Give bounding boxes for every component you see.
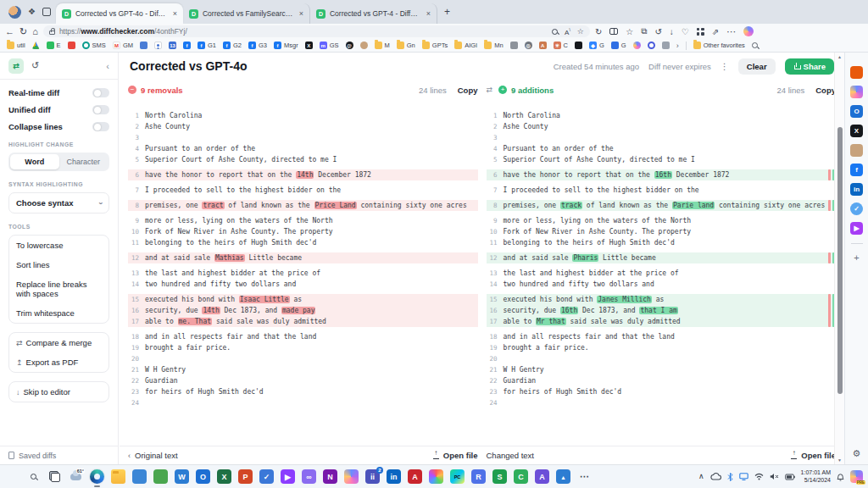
read-aloud-icon[interactable]: A\ — [565, 27, 570, 36]
swap-panels-icon[interactable]: ⇄ — [487, 86, 493, 94]
bookmark-item[interactable]: A — [539, 42, 547, 49]
bookmarks-overflow-icon[interactable]: › — [676, 42, 679, 50]
bookmark-item[interactable]: SMS — [82, 42, 106, 49]
tab-close-icon[interactable]: × — [298, 9, 303, 18]
scroll-up-icon[interactable]: ▲ — [835, 54, 844, 59]
refresh-icon[interactable]: ↻ — [19, 27, 27, 36]
display-icon[interactable] — [739, 473, 748, 480]
bookmark-item[interactable]: AIGI — [454, 42, 477, 49]
diff-app-icon[interactable]: ⇄ — [8, 58, 24, 74]
bookmark-item[interactable]: f — [183, 42, 191, 49]
browser-tab[interactable]: DCorrected vs FamilySearch - Diffchecker… — [183, 3, 310, 24]
bookmark-item[interactable] — [633, 42, 641, 49]
minimap-removal-marker[interactable] — [828, 169, 831, 180]
bookmark-item[interactable]: fMsgr — [274, 42, 298, 49]
linkedin-icon[interactable]: in — [387, 469, 401, 484]
profile-avatar[interactable] — [8, 6, 21, 19]
bookmark-item[interactable]: util — [7, 42, 25, 49]
loop-icon[interactable]: ∞ — [302, 469, 316, 484]
explorer-icon[interactable] — [111, 469, 125, 484]
segment-word[interactable]: Word — [10, 154, 59, 169]
mute-icon[interactable] — [770, 473, 779, 480]
word-icon[interactable]: W — [175, 469, 189, 484]
collapse-editor-icon[interactable]: ‹ — [128, 452, 131, 460]
expiry-status[interactable]: Diff never expires — [648, 62, 711, 71]
more-options-icon[interactable]: ⋮ — [721, 62, 729, 71]
bookmark-item[interactable] — [32, 42, 40, 49]
bookmarks-search-icon[interactable] — [752, 42, 758, 48]
bookmark-item[interactable]: ◎ — [525, 42, 532, 49]
collections-icon[interactable]: ⧉ — [641, 26, 647, 36]
photos-icon[interactable] — [556, 469, 570, 484]
bookmark-item[interactable]: 13 — [169, 42, 176, 49]
saved-diffs[interactable]: Saved diffs — [19, 452, 56, 460]
browser-tab[interactable]: DCorrected vs GPT-4o - Diffchecker× — [56, 3, 183, 24]
linkedin-icon[interactable]: in — [850, 183, 863, 196]
favorites-icon[interactable]: ☆ — [626, 27, 633, 36]
bookmark-item[interactable]: E — [47, 42, 61, 49]
history-icon[interactable]: ↺ — [654, 27, 661, 36]
bookmark-item[interactable] — [140, 42, 147, 49]
browser-tab[interactable]: DCorrected vs GPT-4 - Diffchecker× — [310, 3, 437, 24]
tab-close-icon[interactable]: × — [171, 9, 177, 18]
teams-icon[interactable]: ii2 — [365, 469, 380, 484]
zoom-in-icon[interactable] — [552, 29, 558, 35]
original-text-panel[interactable]: 1North Carolina2Ashe County34Pursuant to… — [128, 100, 478, 408]
bookmark-item[interactable]: Mn — [484, 42, 503, 49]
creative-cloud-icon[interactable] — [429, 469, 443, 484]
taskview-icon[interactable] — [47, 469, 62, 484]
weather-icon[interactable]: 61° — [69, 469, 83, 484]
clear-button[interactable]: Clear — [738, 58, 776, 75]
copilot-preview-icon[interactable]: PRE — [850, 470, 863, 483]
segment-character[interactable]: Character — [59, 154, 108, 169]
more-icon[interactable]: ⋯ — [577, 469, 592, 484]
tool-item[interactable]: Replace line breaks with spaces — [9, 274, 108, 303]
minimap-removal-marker[interactable] — [828, 252, 831, 263]
tool-item[interactable]: Trim whitespace — [9, 303, 108, 323]
onedrive-icon[interactable] — [710, 473, 721, 480]
tool-item[interactable]: To lowercase — [9, 236, 108, 255]
new-tab-button[interactable]: + — [444, 6, 450, 18]
pycharm-icon[interactable]: PC — [450, 469, 465, 484]
minimap-removal-marker[interactable] — [828, 294, 831, 327]
outlook-icon[interactable]: O — [850, 105, 863, 118]
scroll-down-icon[interactable]: ▼ — [835, 458, 844, 463]
photo-editor-icon[interactable] — [153, 469, 168, 484]
bookmark-item[interactable]: Gn — [397, 42, 415, 49]
shopping-icon[interactable] — [850, 66, 863, 79]
facebook-icon[interactable]: f — [850, 164, 863, 176]
bookmark-item[interactable]: MGM — [113, 42, 133, 49]
bookmark-item[interactable] — [154, 42, 162, 49]
address-bar[interactable]: https://www.diffchecker.com/4onthFYj/ A\… — [43, 25, 590, 37]
clipchamp-icon[interactable]: ▶ — [281, 469, 295, 484]
split-screen-icon[interactable] — [609, 28, 618, 35]
tab-close-icon[interactable]: × — [425, 9, 431, 18]
copilot-icon[interactable] — [344, 469, 359, 484]
back-icon[interactable]: ← — [5, 27, 14, 36]
sidebar-settings-icon[interactable]: ⚙ — [853, 448, 861, 459]
left-copy-button[interactable]: Copy — [458, 86, 478, 95]
powerpoint-icon[interactable]: P — [238, 469, 253, 484]
sas-icon[interactable]: S — [492, 469, 507, 484]
apps-icon[interactable] — [697, 28, 704, 36]
right-copy-button[interactable]: Copy — [815, 86, 836, 95]
downloads-icon[interactable]: ↓ — [670, 27, 674, 36]
bluetooth-icon[interactable] — [727, 473, 733, 481]
bookmark-item[interactable] — [648, 42, 655, 49]
page-scrollbar[interactable]: ▲ ▼ — [834, 53, 844, 464]
add-sidebar-app-icon[interactable]: + — [854, 252, 859, 263]
other-favorites[interactable]: Other favorites — [693, 42, 745, 49]
favorite-star-icon[interactable]: ☆ — [577, 27, 584, 36]
toggle-switch[interactable] — [92, 122, 109, 131]
more-icon[interactable]: ⋯ — [726, 26, 736, 37]
bookmark-item[interactable]: M — [375, 42, 390, 49]
scrollbar-thumb[interactable] — [837, 127, 843, 394]
search-icon[interactable] — [26, 469, 41, 484]
bookmark-item[interactable]: @ — [346, 42, 353, 49]
changed-text-panel[interactable]: 1North Carolina2Ashe County34Pursuant to… — [487, 100, 837, 408]
copilot-sidebar-icon[interactable] — [850, 86, 863, 98]
a-app-icon[interactable]: A — [535, 469, 549, 484]
bookmark-item[interactable]: fG3 — [248, 42, 267, 49]
tray-chevron-up-icon[interactable]: ∧ — [698, 473, 704, 480]
bookmark-item[interactable]: fG1 — [198, 42, 216, 49]
